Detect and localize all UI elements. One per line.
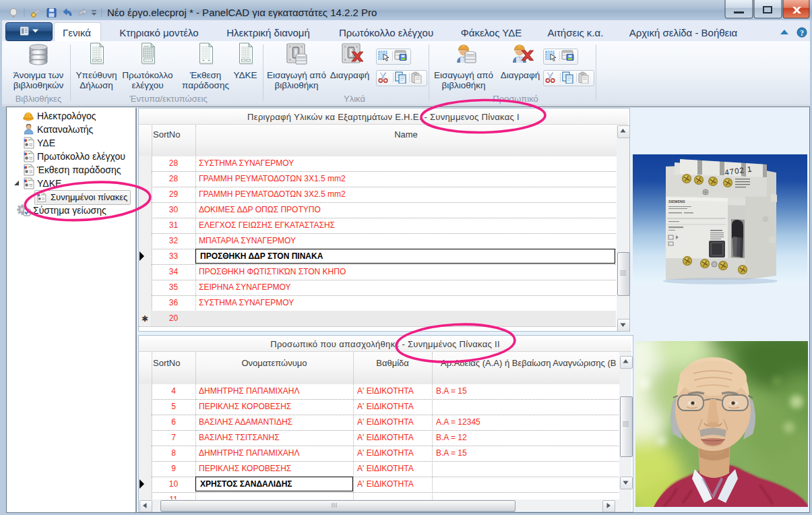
svg-text:?: ? <box>800 29 804 37</box>
svg-text:SIEMENS: SIEMENS <box>668 200 685 204</box>
